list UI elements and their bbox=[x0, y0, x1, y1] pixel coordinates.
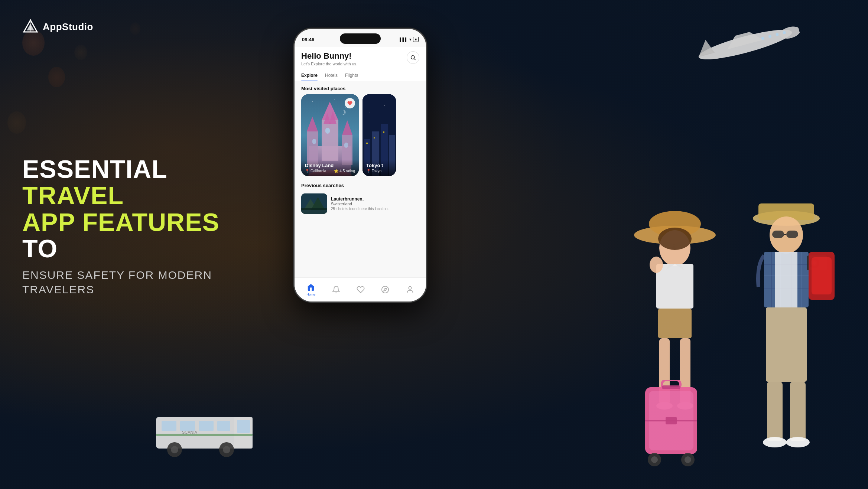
nav-explore-map[interactable] bbox=[381, 286, 389, 294]
hero-line2-white: TO bbox=[22, 234, 58, 263]
hero-line1-white: ESSENTIAL bbox=[22, 155, 168, 183]
phone-mockup: 09:46 ▌▌▌ ▾ ■ Hello Bunny! Let's Explore… bbox=[293, 28, 427, 303]
compass-icon bbox=[381, 286, 389, 294]
nav-notifications[interactable] bbox=[332, 286, 340, 294]
tab-flights[interactable]: Flights bbox=[345, 73, 358, 81]
search-button[interactable] bbox=[407, 51, 419, 64]
tab-hotels[interactable]: Hotels bbox=[325, 73, 338, 81]
balloon-deco-2 bbox=[48, 67, 65, 87]
disney-favorite-button[interactable] bbox=[345, 98, 355, 108]
lauterbrunnen-country: Switzerland bbox=[331, 202, 419, 206]
greeting-text: Hello Bunny! bbox=[301, 51, 357, 61]
balloon-deco-4 bbox=[74, 45, 87, 60]
svg-point-62 bbox=[409, 287, 411, 289]
disney-card-location: 📍 California bbox=[305, 169, 334, 173]
tab-explore[interactable]: Explore bbox=[301, 73, 318, 81]
nav-home[interactable]: Home bbox=[306, 283, 315, 296]
dynamic-island bbox=[340, 33, 381, 44]
travelers-area bbox=[589, 0, 868, 489]
svg-rect-51 bbox=[374, 137, 375, 138]
svg-point-102 bbox=[786, 437, 810, 447]
svg-point-60 bbox=[382, 286, 389, 293]
tokyo-card-location: 📍 Tokyo, bbox=[366, 169, 392, 173]
luggage-decoration bbox=[641, 380, 701, 470]
svg-rect-93 bbox=[775, 252, 797, 307]
wifi-icon: ▾ bbox=[409, 37, 412, 42]
app-content: Hello Bunny! Let's Explore the world wit… bbox=[295, 47, 426, 301]
bottom-navigation: Home bbox=[295, 277, 426, 301]
svg-rect-41 bbox=[325, 128, 330, 134]
svg-rect-83 bbox=[786, 231, 798, 238]
location-pin-icon-2: 📍 bbox=[366, 169, 371, 173]
mountain-svg bbox=[301, 193, 327, 214]
hero-text-block: ESSENTIAL TRAVEL APP FEATURES TO ENSURE … bbox=[22, 156, 253, 297]
svg-point-69 bbox=[658, 228, 692, 250]
tokyo-card-info: Tokyo t 📍 Tokyo, bbox=[363, 160, 396, 176]
svg-rect-16 bbox=[180, 421, 195, 431]
nav-favorites[interactable] bbox=[357, 286, 365, 294]
home-icon bbox=[307, 283, 315, 291]
svg-rect-109 bbox=[662, 385, 680, 389]
svg-rect-14 bbox=[237, 420, 250, 433]
balloon-deco-5 bbox=[130, 22, 140, 35]
app-header: Hello Bunny! Let's Explore the world wit… bbox=[295, 47, 426, 69]
svg-point-101 bbox=[763, 437, 787, 447]
location-pin-icon: 📍 bbox=[305, 169, 309, 173]
luggage-svg bbox=[641, 380, 701, 469]
svg-point-112 bbox=[651, 456, 658, 463]
tabs-bar: Explore Hotels Flights bbox=[295, 69, 426, 81]
bus-svg: SCANIA bbox=[152, 406, 256, 458]
battery-icon: ■ bbox=[413, 37, 419, 42]
svg-rect-15 bbox=[162, 421, 176, 431]
search-icon bbox=[410, 55, 416, 61]
nav-home-label: Home bbox=[306, 293, 315, 296]
mountain-bg bbox=[301, 193, 327, 214]
svg-rect-43 bbox=[344, 143, 348, 148]
svg-rect-50 bbox=[366, 143, 368, 144]
svg-rect-18 bbox=[217, 421, 230, 431]
places-scroll: ☽ bbox=[295, 94, 426, 176]
svg-text:☽: ☽ bbox=[340, 109, 346, 116]
svg-point-53 bbox=[384, 105, 385, 106]
svg-rect-104 bbox=[812, 257, 832, 294]
previous-searches-section: Previous searches bbox=[295, 176, 426, 214]
search-item-lauterbrunnen[interactable]: Lauterbrunnen, Switzerland 25+ hotels fo… bbox=[301, 193, 419, 214]
subgreeting-text: Let's Explore the world with us. bbox=[301, 62, 357, 66]
place-card-tokyo[interactable]: Tokyo t 📍 Tokyo, bbox=[363, 94, 396, 176]
logo-text: AppStudio bbox=[43, 21, 93, 33]
lauterbrunnen-info: Lauterbrunnen, Switzerland 25+ hotels fo… bbox=[331, 196, 419, 211]
svg-point-25 bbox=[411, 56, 415, 59]
svg-rect-59 bbox=[301, 210, 327, 214]
lauterbrunnen-thumbnail bbox=[301, 193, 327, 214]
svg-marker-61 bbox=[384, 288, 387, 291]
appstudio-logo-icon bbox=[22, 19, 39, 35]
svg-rect-42 bbox=[312, 139, 316, 144]
svg-rect-52 bbox=[383, 131, 384, 133]
svg-rect-17 bbox=[199, 421, 214, 431]
svg-rect-82 bbox=[772, 231, 784, 238]
bell-icon bbox=[332, 286, 340, 294]
lauterbrunnen-name: Lauterbrunnen, bbox=[331, 196, 419, 202]
svg-point-29 bbox=[334, 100, 335, 100]
most-visited-title: Most visited places bbox=[295, 81, 426, 94]
svg-point-22 bbox=[223, 446, 230, 453]
phone-frame: 09:46 ▌▌▌ ▾ ■ Hello Bunny! Let's Explore… bbox=[293, 28, 427, 303]
balloon-deco-3 bbox=[7, 111, 26, 134]
prev-searches-title: Previous searches bbox=[301, 180, 419, 191]
svg-rect-100 bbox=[790, 382, 806, 441]
svg-point-28 bbox=[312, 101, 313, 102]
disney-card-name: Disney Land bbox=[305, 163, 334, 168]
disney-card-rating: ⭐ 4.5 rating bbox=[334, 169, 355, 173]
svg-line-26 bbox=[414, 59, 416, 60]
tokyo-card-name: Tokyo t bbox=[366, 163, 392, 168]
heart-nav-icon bbox=[357, 286, 365, 294]
hero-line2-yellow: APP FEATURES bbox=[22, 208, 220, 236]
star-icon: ⭐ bbox=[334, 169, 338, 173]
profile-icon bbox=[406, 286, 414, 294]
man-traveler bbox=[727, 190, 846, 470]
status-icons: ▌▌▌ ▾ ■ bbox=[400, 37, 419, 42]
place-card-disney[interactable]: ☽ bbox=[301, 94, 359, 176]
nav-profile[interactable] bbox=[406, 286, 414, 294]
svg-rect-35 bbox=[322, 120, 338, 161]
svg-point-54 bbox=[370, 113, 370, 113]
